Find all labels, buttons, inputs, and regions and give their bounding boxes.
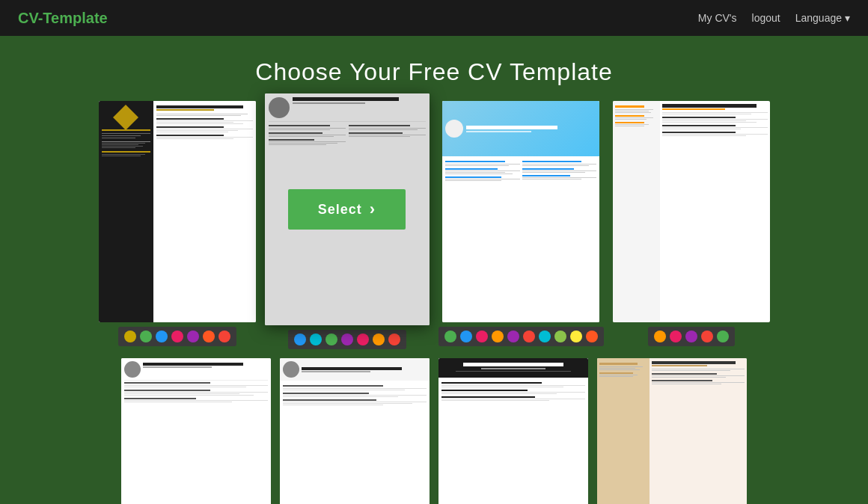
color-palette-4 — [648, 327, 735, 346]
color-dot[interactable] — [187, 331, 199, 342]
logo-cv: CV — [18, 10, 38, 26]
color-palette-1 — [118, 327, 236, 346]
logo-template: Template — [43, 10, 107, 26]
color-dot[interactable] — [670, 331, 682, 342]
color-dot[interactable] — [554, 331, 566, 342]
my-cvs-link[interactable]: My CV's — [698, 12, 737, 24]
color-dot[interactable] — [218, 331, 230, 342]
page-title: Choose Your Free CV Template — [0, 58, 868, 86]
template-card-2[interactable]: Select › — [265, 93, 430, 325]
color-dot[interactable] — [570, 331, 582, 342]
template-card-8[interactable] — [597, 358, 747, 504]
color-dot[interactable] — [124, 331, 136, 342]
template-row-2 — [30, 358, 838, 504]
color-palette-3 — [438, 327, 604, 346]
color-dot[interactable] — [203, 331, 215, 342]
chevron-down-icon: ▾ — [845, 12, 850, 24]
color-palette-2 — [288, 330, 406, 349]
color-dot[interactable] — [156, 331, 168, 342]
color-dot[interactable] — [539, 331, 551, 342]
color-dot[interactable] — [507, 331, 519, 342]
color-dot[interactable] — [523, 331, 535, 342]
color-dot[interactable] — [341, 334, 353, 345]
cv-photo — [445, 120, 463, 138]
template-card-1[interactable] — [99, 101, 256, 322]
color-dot[interactable] — [326, 334, 337, 345]
color-dot[interactable] — [654, 331, 666, 342]
header-nav: My CV's logout Language ▾ — [698, 12, 850, 24]
color-dot[interactable] — [476, 331, 488, 342]
color-dot[interactable] — [685, 331, 697, 342]
select-arrow-icon: › — [370, 200, 376, 219]
templates-container: Select › — [0, 101, 868, 504]
language-button[interactable]: Language ▾ — [795, 12, 850, 24]
color-dot[interactable] — [171, 331, 183, 342]
template-card-3[interactable] — [442, 101, 599, 322]
logo[interactable]: CV-Template — [18, 10, 108, 27]
color-dot[interactable] — [586, 331, 598, 342]
template-row-1: Select › — [30, 101, 838, 349]
template-card-7[interactable] — [438, 358, 588, 504]
template-card-5[interactable] — [121, 358, 271, 504]
main-header: CV-Template My CV's logout Language ▾ — [0, 0, 868, 36]
language-label: Language — [795, 12, 842, 24]
template-card-6[interactable] — [280, 358, 430, 504]
color-dot[interactable] — [373, 334, 385, 345]
color-dot[interactable] — [388, 334, 400, 345]
color-dot[interactable] — [357, 334, 369, 345]
color-dot[interactable] — [701, 331, 713, 342]
color-dot[interactable] — [444, 331, 456, 342]
select-overlay: Select › — [265, 93, 430, 325]
color-dot[interactable] — [460, 331, 472, 342]
logout-link[interactable]: logout — [752, 12, 780, 24]
color-dot[interactable] — [310, 334, 322, 345]
color-dot[interactable] — [492, 331, 504, 342]
select-button[interactable]: Select › — [288, 189, 406, 230]
page-title-section: Choose Your Free CV Template — [0, 36, 868, 101]
color-dot[interactable] — [294, 334, 306, 345]
select-label: Select — [318, 202, 362, 218]
color-dot[interactable] — [717, 331, 729, 342]
template-card-4[interactable] — [613, 101, 770, 322]
color-dot[interactable] — [140, 331, 152, 342]
